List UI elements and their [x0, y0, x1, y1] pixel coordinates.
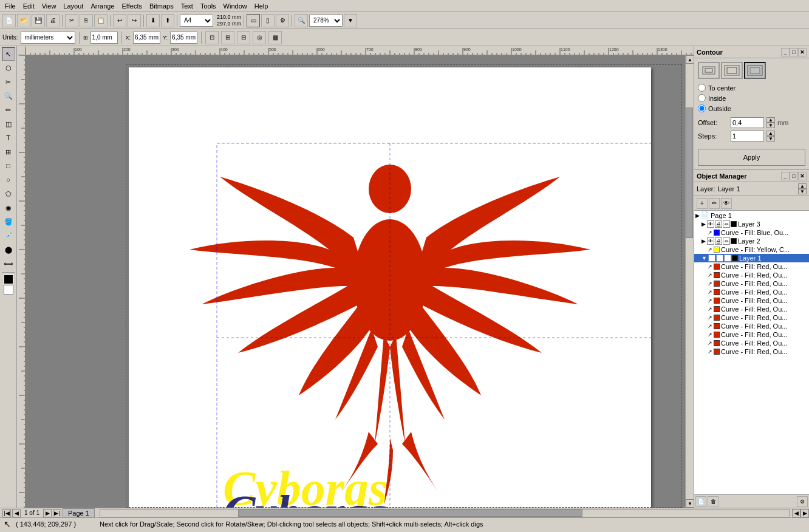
- obj-manager-content[interactable]: ▶ 📄 Page 1 ▶ 👁 🖨 ✏ Layer 3 ↗ Cu: [694, 211, 809, 494]
- menu-text[interactable]: Text: [177, 2, 197, 10]
- first-page-btn[interactable]: |◀: [2, 509, 11, 517]
- menu-edit[interactable]: Edit: [19, 2, 38, 10]
- offset-input[interactable]: [731, 117, 764, 128]
- contour-outside-btn[interactable]: [744, 62, 766, 79]
- x-input[interactable]: 6,35 mm: [133, 32, 160, 44]
- paste-btn[interactable]: 📋: [94, 14, 108, 27]
- l1-curve5[interactable]: ↗ Curve - Fill: Red, Ou...: [694, 296, 809, 305]
- crop-tool[interactable]: ✂: [2, 75, 15, 89]
- table-tool[interactable]: ⊞: [2, 145, 15, 159]
- add-layer-btn[interactable]: +: [697, 198, 708, 209]
- menu-layout[interactable]: Layout: [60, 2, 87, 10]
- menu-file[interactable]: File: [1, 2, 19, 10]
- l1-curve3[interactable]: ↗ Curve - Fill: Red, Ou...: [694, 279, 809, 288]
- l1-curve10[interactable]: ↗ Curve - Fill: Red, Ou...: [694, 339, 809, 347]
- grid-btn[interactable]: ⊞: [221, 31, 234, 44]
- steps-input[interactable]: [731, 131, 764, 142]
- l3-eye[interactable]: 👁: [707, 220, 714, 228]
- scroll-up-btn[interactable]: ▲: [686, 55, 694, 64]
- shape-tool[interactable]: ⬡: [2, 61, 15, 75]
- l3-edit[interactable]: ✏: [723, 220, 730, 228]
- freehand-tool[interactable]: ✏: [2, 103, 15, 117]
- layer-scroll-up[interactable]: ▲: [798, 183, 807, 189]
- edit-layer-btn[interactable]: ✏: [709, 198, 720, 209]
- obj-settings-btn[interactable]: ⚙: [797, 496, 808, 507]
- steps-spin-down[interactable]: ▼: [766, 136, 775, 142]
- contour-inside-btn[interactable]: [721, 62, 743, 79]
- new-layer-btn[interactable]: 📄: [695, 496, 706, 507]
- l1-curve4[interactable]: ↗ Curve - Fill: Red, Ou...: [694, 288, 809, 296]
- l1-curve7[interactable]: ↗ Curve - Fill: Red, Ou...: [694, 313, 809, 322]
- l1-curve1[interactable]: ↗ Curve - Fill: Red, Ou...: [694, 262, 809, 271]
- open-btn[interactable]: 📂: [17, 14, 30, 27]
- menu-help[interactable]: Help: [251, 2, 272, 10]
- drawing-canvas[interactable]: Cyborgs Cyborgs: [26, 55, 685, 508]
- page-size-combo[interactable]: A4: [180, 15, 213, 27]
- v-scroll-thumb[interactable]: [686, 107, 693, 238]
- radio-inside-input[interactable]: [698, 94, 706, 102]
- zoom-tool[interactable]: 🔍: [2, 89, 15, 103]
- rect-tool[interactable]: □: [2, 159, 15, 172]
- zoom-combo[interactable]: 278%: [309, 15, 343, 27]
- spiral-tool[interactable]: ◉: [2, 201, 15, 214]
- radio-outside-input[interactable]: [698, 104, 706, 112]
- new-btn[interactable]: 📄: [2, 14, 16, 27]
- l1-curve8[interactable]: ↗ Curve - Fill: Red, Ou...: [694, 322, 809, 330]
- zoom-dropdown[interactable]: ▼: [344, 14, 357, 27]
- color-none[interactable]: [4, 285, 13, 295]
- obj-manager-close[interactable]: ✕: [798, 172, 807, 180]
- save-btn[interactable]: 💾: [32, 14, 45, 27]
- h-scroll-thumb[interactable]: [238, 510, 582, 517]
- page-1-item[interactable]: ▶ 📄 Page 1: [694, 211, 809, 220]
- scroll-down-btn[interactable]: ▼: [686, 499, 694, 508]
- eyedropper-tool[interactable]: 💉: [2, 229, 15, 242]
- l2-edit[interactable]: ✏: [723, 237, 730, 245]
- polygon-tool[interactable]: ⬠: [2, 187, 15, 200]
- zoom-out-btn[interactable]: 🔍: [295, 14, 308, 27]
- radio-to-center-input[interactable]: [698, 84, 706, 92]
- landscape-btn[interactable]: ▯: [261, 14, 275, 27]
- layer3-item[interactable]: ▶ 👁 🖨 ✏ Layer 3: [694, 220, 809, 228]
- cut-btn[interactable]: ✂: [65, 14, 78, 27]
- l2-print[interactable]: 🖨: [715, 237, 722, 245]
- select-tool[interactable]: ↖: [2, 47, 15, 61]
- contour-minimize[interactable]: _: [781, 48, 790, 56]
- contour-expand[interactable]: □: [790, 48, 798, 56]
- guide-btn[interactable]: ⊟: [237, 31, 250, 44]
- pixel-snap-btn[interactable]: ▦: [268, 31, 282, 44]
- offset-spin-down[interactable]: ▼: [766, 123, 775, 128]
- units-combo[interactable]: millimeters: [21, 32, 75, 44]
- obj-manager-expand[interactable]: □: [790, 172, 798, 180]
- delete-layer-btn[interactable]: 🗑: [708, 496, 719, 507]
- last-page-btn[interactable]: ▶|: [53, 509, 61, 517]
- l1-curve2[interactable]: ↗ Curve - Fill: Red, Ou...: [694, 271, 809, 279]
- layer-scroll-down[interactable]: ▼: [798, 189, 807, 194]
- l2-eye[interactable]: 👁: [707, 237, 714, 245]
- snap-btn[interactable]: ⊡: [205, 31, 219, 44]
- prev-page-btn[interactable]: ◀: [12, 509, 21, 517]
- l1-print[interactable]: 🖨: [716, 254, 723, 262]
- menu-effects[interactable]: Effects: [118, 2, 146, 10]
- obj-manager-minimize[interactable]: _: [781, 172, 790, 180]
- page-tab[interactable]: Page 1: [63, 508, 95, 518]
- l1-curve11[interactable]: ↗ Curve - Fill: Red, Ou...: [694, 347, 809, 356]
- copy-btn[interactable]: ⎘: [80, 14, 93, 27]
- l3-print[interactable]: 🖨: [715, 220, 722, 228]
- nudge-input[interactable]: 1,0 mm: [90, 32, 118, 44]
- export-btn[interactable]: ⬆: [161, 14, 174, 27]
- contour-to-center-btn[interactable]: [698, 62, 720, 79]
- layer1-item[interactable]: ▼ 👁 🖨 ✏ Layer 1: [694, 254, 809, 262]
- menu-view[interactable]: View: [38, 2, 60, 10]
- import-btn[interactable]: ⬇: [146, 14, 160, 27]
- l1-curve6[interactable]: ↗ Curve - Fill: Red, Ou...: [694, 305, 809, 313]
- l2-curve-item[interactable]: ↗ Curve - Fill: Yellow, C...: [694, 245, 809, 254]
- menu-window[interactable]: Window: [220, 2, 251, 10]
- undo-btn[interactable]: ↩: [113, 14, 126, 27]
- color-black[interactable]: [4, 275, 13, 284]
- portrait-btn[interactable]: ▭: [247, 14, 260, 27]
- menu-tools[interactable]: Tools: [197, 2, 220, 10]
- print-btn[interactable]: 🖨: [46, 14, 60, 27]
- apply-button[interactable]: Apply: [698, 149, 805, 166]
- y-input[interactable]: 6,35 mm: [170, 32, 197, 44]
- smart-draw-tool[interactable]: ◫: [2, 117, 15, 131]
